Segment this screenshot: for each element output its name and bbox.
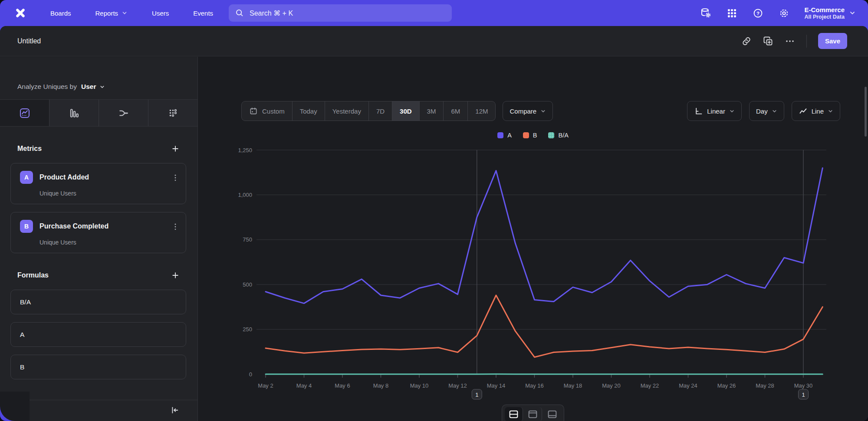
add-formula-button[interactable] bbox=[171, 271, 180, 280]
layout-bottom-icon bbox=[547, 409, 558, 420]
chevron-down-icon bbox=[772, 108, 777, 114]
nav-item-label: Users bbox=[152, 10, 169, 17]
date-range-30d[interactable]: 30D bbox=[392, 101, 419, 121]
search-input[interactable]: Search ⌘ + K bbox=[229, 4, 452, 22]
date-range-today[interactable]: Today bbox=[292, 101, 325, 121]
chart-type-dropdown[interactable]: Line bbox=[792, 101, 840, 121]
scrollbar-thumb[interactable] bbox=[865, 87, 867, 137]
nav-item-boards[interactable]: Boards bbox=[50, 10, 71, 17]
mixpanel-logo[interactable] bbox=[13, 6, 28, 20]
analyze-label: Analyze Uniques by bbox=[17, 83, 77, 91]
x-axis-tick-label: May 10 bbox=[410, 382, 429, 389]
formulas-title: Formulas bbox=[17, 271, 49, 279]
compare-button[interactable]: Compare bbox=[503, 101, 553, 121]
nav-right: ? E-Commerce All Project Data bbox=[700, 0, 856, 26]
save-button[interactable]: Save bbox=[818, 33, 847, 49]
content: Analyze Uniques by User Metrics APr bbox=[0, 57, 868, 421]
annotation-badge-label: 1 bbox=[802, 392, 805, 398]
date-range-label: 30D bbox=[400, 108, 412, 115]
date-range-label: 3M bbox=[427, 108, 436, 115]
layout-switcher bbox=[502, 405, 564, 421]
date-range-control: CustomTodayYesterday7D30D3M6M12M bbox=[241, 101, 496, 121]
formula-label: A bbox=[20, 331, 24, 339]
y-axis-tick-label: 500 bbox=[243, 281, 252, 288]
date-range-7d[interactable]: 7D bbox=[368, 101, 392, 121]
chevron-down-icon bbox=[828, 108, 833, 114]
series-line-b[interactable] bbox=[266, 295, 822, 357]
metrics-title: Metrics bbox=[17, 145, 42, 153]
metric-title: Purchase Completed bbox=[39, 222, 108, 230]
project-name: E-Commerce bbox=[804, 6, 845, 14]
date-range-3m[interactable]: 3M bbox=[419, 101, 444, 121]
x-axis-tick-label: May 6 bbox=[335, 382, 350, 389]
legend-item-a[interactable]: A bbox=[497, 132, 512, 139]
more-icon[interactable] bbox=[785, 36, 795, 46]
nav-item-reports[interactable]: Reports bbox=[95, 10, 128, 17]
analyze-by-dropdown[interactable]: User bbox=[81, 83, 105, 91]
settings-gear-icon[interactable] bbox=[778, 7, 789, 19]
nav-item-label: Reports bbox=[95, 10, 118, 17]
legend-swatch bbox=[497, 132, 503, 138]
metric-card[interactable]: BPurchase CompletedUnique Users bbox=[10, 212, 186, 253]
nav-item-events[interactable]: Events bbox=[193, 10, 213, 17]
link-icon[interactable] bbox=[741, 36, 752, 46]
metric-card[interactable]: AProduct AddedUnique Users bbox=[10, 163, 186, 204]
data-settings-icon[interactable] bbox=[700, 7, 711, 19]
legend-swatch bbox=[548, 132, 554, 138]
date-range-12m[interactable]: 12M bbox=[467, 101, 495, 121]
collapse-left-icon[interactable] bbox=[170, 405, 180, 416]
search-placeholder: Search ⌘ + K bbox=[250, 9, 293, 17]
formulas-header: Formulas bbox=[0, 271, 197, 280]
chevron-down-icon bbox=[122, 10, 128, 16]
legend-item-b[interactable]: B bbox=[523, 132, 537, 139]
metrics-header: Metrics bbox=[0, 144, 197, 153]
axis-linear-icon bbox=[694, 107, 703, 116]
x-axis-tick-label: May 16 bbox=[525, 382, 544, 389]
formula-card[interactable]: B bbox=[10, 355, 186, 379]
series-line-a[interactable] bbox=[266, 168, 822, 303]
x-axis-tick-label: May 22 bbox=[641, 382, 659, 389]
formula-card[interactable]: B/A bbox=[10, 290, 186, 314]
layout-option-chart-top[interactable] bbox=[524, 407, 542, 421]
tab-insights[interactable] bbox=[0, 100, 49, 126]
scale-dropdown[interactable]: Linear bbox=[687, 101, 742, 121]
metric-subtitle: Unique Users bbox=[39, 239, 178, 246]
metrics-list: AProduct AddedUnique UsersBPurchase Comp… bbox=[10, 163, 186, 253]
x-axis-tick-label: May 26 bbox=[717, 382, 736, 389]
duplicate-icon[interactable] bbox=[763, 36, 773, 46]
help-icon[interactable]: ? bbox=[752, 7, 763, 19]
date-range-custom[interactable]: Custom bbox=[242, 101, 292, 121]
x-axis-tick-label: May 24 bbox=[679, 382, 697, 389]
date-range-yesterday[interactable]: Yesterday bbox=[325, 101, 368, 121]
retention-dots-icon bbox=[168, 108, 179, 119]
tab-funnels[interactable] bbox=[49, 100, 99, 126]
chart-area: CustomTodayYesterday7D30D3M6M12M Compare bbox=[198, 57, 868, 421]
report-title[interactable]: Untitled bbox=[17, 37, 41, 45]
chevron-down-icon bbox=[99, 84, 105, 90]
apps-grid-icon[interactable] bbox=[726, 7, 737, 19]
kebab-menu-icon[interactable] bbox=[171, 173, 180, 183]
kebab-menu-icon[interactable] bbox=[171, 222, 180, 232]
legend-label: A bbox=[507, 132, 512, 139]
x-axis-tick-label: May 14 bbox=[487, 382, 506, 389]
date-range-6m[interactable]: 6M bbox=[443, 101, 467, 121]
legend-swatch bbox=[523, 132, 529, 138]
tab-retention[interactable] bbox=[148, 100, 197, 126]
nav-item-users[interactable]: Users bbox=[152, 10, 169, 17]
formulas-list: B/AAB bbox=[10, 290, 186, 379]
project-switcher[interactable]: E-Commerce All Project Data bbox=[804, 6, 856, 20]
report-type-tabs bbox=[0, 100, 197, 127]
chart-legend: ABB/A bbox=[198, 132, 868, 139]
x-axis-tick-label: May 28 bbox=[756, 382, 774, 389]
tab-flows[interactable] bbox=[99, 100, 148, 126]
interval-dropdown[interactable]: Day bbox=[749, 101, 784, 121]
layout-option-chart-bottom[interactable] bbox=[543, 407, 561, 421]
legend-item-b-a[interactable]: B/A bbox=[548, 132, 568, 139]
layout-option-chart-and-table[interactable] bbox=[505, 407, 523, 421]
calendar-icon bbox=[249, 107, 258, 115]
line-chart[interactable]: 02505007501,0001,250May 2May 4May 6May 8… bbox=[198, 146, 868, 406]
chart-controls: CustomTodayYesterday7D30D3M6M12M Compare bbox=[241, 101, 840, 121]
add-metric-button[interactable] bbox=[171, 144, 180, 153]
app-root: BoardsReportsUsersEvents Search ⌘ + K ? … bbox=[0, 0, 868, 421]
formula-card[interactable]: A bbox=[10, 322, 186, 347]
